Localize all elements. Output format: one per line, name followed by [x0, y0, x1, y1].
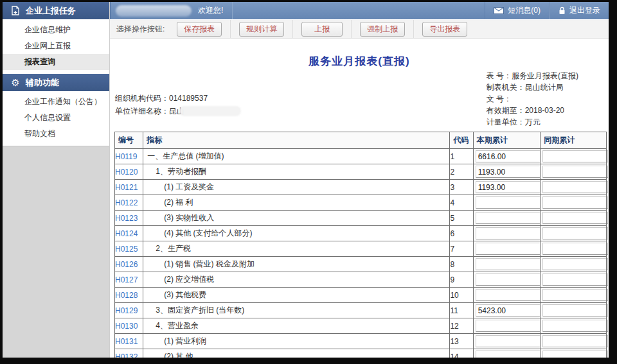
- row-code-link[interactable]: H0123: [115, 214, 138, 223]
- same-period-input[interactable]: [542, 258, 608, 270]
- messages-button[interactable]: 短消息(0): [485, 2, 550, 19]
- same-period-input[interactable]: [542, 196, 608, 209]
- row-code-link[interactable]: H0120: [115, 168, 138, 177]
- row-code-link[interactable]: H0132: [115, 352, 138, 358]
- sidebar-item-label: 个人信息设置: [24, 112, 71, 123]
- current-period-input[interactable]: [476, 243, 542, 255]
- header-same-period-total: 同期累计: [541, 132, 607, 149]
- meta-value: 服务业月报表(直报): [512, 71, 578, 80]
- current-period-input[interactable]: [476, 212, 542, 224]
- sidebar-section-label: 企业上报任务: [26, 5, 76, 17]
- indicator-cell: (1) 营业利润: [143, 334, 450, 349]
- current-period-input[interactable]: [476, 227, 542, 239]
- current-period-input[interactable]: [476, 304, 542, 316]
- org-code-value: 014189537: [169, 92, 208, 105]
- sidebar-item-report-query[interactable]: 报表查询: [3, 54, 109, 70]
- toolbar-label: 选择操作按钮:: [116, 24, 165, 35]
- logout-button[interactable]: 退出登录: [550, 2, 609, 19]
- same-period-input[interactable]: [542, 304, 608, 316]
- row-number-cell: 8: [450, 257, 473, 272]
- row-code-link[interactable]: H0129: [115, 306, 138, 315]
- current-period-input[interactable]: [476, 196, 542, 209]
- current-period-input[interactable]: [476, 166, 542, 178]
- sidebar-section-report-tasks[interactable]: 企业上报任务: [3, 2, 109, 19]
- indicator-cell: 一、生产总值 (增加值): [143, 149, 450, 164]
- row-code-link[interactable]: H0126: [115, 260, 138, 269]
- save-report-button[interactable]: 保存报表: [177, 22, 222, 37]
- report-table: 编号 指标 代码 本期累计 同期累计 H0119一、生产总值 (增加值)1H01…: [114, 132, 607, 358]
- current-period-input[interactable]: [476, 150, 542, 162]
- meta-label: 有效期至：: [487, 106, 525, 115]
- row-code-link[interactable]: H0130: [115, 322, 138, 331]
- row-code-link[interactable]: H0127: [115, 275, 138, 284]
- force-submit-button[interactable]: 强制上报: [360, 22, 405, 37]
- indicator-cell: (1) 工资及奖金: [143, 180, 450, 195]
- current-period-input[interactable]: [476, 289, 542, 301]
- indicator-cell: 2、生产税: [143, 241, 450, 257]
- row-code-link[interactable]: H0119: [115, 152, 137, 161]
- header-indicator: 指标: [143, 132, 450, 149]
- row-code-link[interactable]: H0131: [115, 337, 138, 346]
- same-period-input[interactable]: [542, 243, 608, 255]
- same-period-input[interactable]: [542, 181, 608, 193]
- document-plus-icon: [10, 6, 21, 16]
- report-table-body: H0119一、生产总值 (增加值)1H01201、劳动者报酬2H0121(1) …: [115, 149, 607, 358]
- row-number-cell: 12: [450, 318, 473, 334]
- table-row: H0122(2) 福 利4: [115, 195, 607, 211]
- sidebar-item-online-report[interactable]: 企业网上直报: [3, 38, 109, 54]
- meta-label: 制表机关：: [487, 83, 525, 92]
- sidebar-section-aux-functions[interactable]: ⚙ 辅助功能: [3, 74, 109, 91]
- indicator-cell: (2) 福 利: [143, 195, 450, 211]
- same-period-input[interactable]: [542, 166, 608, 178]
- table-row: H0119一、生产总值 (增加值)1: [115, 149, 607, 164]
- current-period-input[interactable]: [476, 258, 542, 270]
- meta-label: 文 号：: [487, 94, 512, 103]
- table-row: H01304、营业盈余12: [115, 318, 607, 334]
- report-title: 服务业月报表(直报): [110, 54, 609, 69]
- submit-button[interactable]: 上报: [301, 22, 343, 37]
- row-code-link[interactable]: H0128: [115, 291, 138, 300]
- sidebar-item-label: 企业工作通知（公告）: [24, 96, 102, 107]
- meta-value: 2018-03-20: [525, 106, 564, 115]
- same-period-input[interactable]: [542, 150, 608, 162]
- sidebar: 企业上报任务 企业信息维护 企业网上直报 报表查询 ⚙ 辅助功能 企业工作通知（…: [3, 2, 110, 358]
- sidebar-group-1: 企业信息维护 企业网上直报 报表查询: [3, 19, 109, 74]
- table-row: H01201、劳动者报酬2: [115, 164, 607, 180]
- current-period-input[interactable]: [476, 335, 542, 347]
- meta-value: 万元: [525, 117, 541, 126]
- sidebar-group-2: 企业工作通知（公告） 个人信息设置 帮助文档: [3, 91, 109, 146]
- same-period-input[interactable]: [542, 351, 608, 358]
- sidebar-item-help-docs[interactable]: 帮助文档: [3, 126, 109, 142]
- same-period-input[interactable]: [542, 212, 608, 224]
- rule-calc-button[interactable]: 规则计算: [239, 22, 284, 37]
- same-period-input[interactable]: [542, 335, 608, 347]
- indicator-cell: (2) 应交增值税: [143, 272, 450, 288]
- same-period-input[interactable]: [542, 289, 608, 301]
- row-code-link[interactable]: H0124: [115, 229, 138, 238]
- table-row: H0131(1) 营业利润13: [115, 334, 607, 349]
- sidebar-item-enterprise-info[interactable]: 企业信息维护: [3, 22, 109, 38]
- action-toolbar: 选择操作按钮: 保存报表 规则计算 上报 强制上报 导出报表: [110, 19, 609, 39]
- current-period-input[interactable]: [476, 351, 542, 358]
- same-period-input[interactable]: [542, 273, 608, 286]
- row-code-link[interactable]: H0122: [115, 198, 138, 207]
- current-period-input[interactable]: [476, 320, 542, 332]
- indicator-cell: (1) 销售 (营业) 税金及附加: [143, 257, 450, 272]
- indicator-cell: (3) 实物性收入: [143, 211, 450, 226]
- current-period-input[interactable]: [476, 181, 542, 193]
- current-period-input[interactable]: [476, 273, 542, 286]
- table-row: H01252、生产税7: [115, 241, 607, 257]
- same-period-input[interactable]: [542, 320, 608, 332]
- indicator-cell: 1、劳动者报酬: [143, 164, 450, 180]
- report-meta-right: 表 号：服务业月报表(直报) 制表机关：昆山统计局 文 号： 有效期至：2018…: [487, 70, 578, 128]
- sidebar-item-personal-settings[interactable]: 个人信息设置: [3, 110, 109, 126]
- export-report-button[interactable]: 导出报表: [422, 22, 467, 37]
- sidebar-item-label: 帮助文档: [24, 128, 55, 139]
- same-period-input[interactable]: [542, 227, 608, 239]
- row-code-link[interactable]: H0125: [115, 245, 138, 254]
- sidebar-item-work-notice[interactable]: 企业工作通知（公告）: [3, 94, 109, 110]
- table-row: H0126(1) 销售 (营业) 税金及附加8: [115, 257, 607, 272]
- row-code-link[interactable]: H0121: [115, 183, 138, 192]
- row-number-cell: 6: [450, 226, 473, 241]
- table-row: H01293、固定资产折旧 (当年数)11: [115, 303, 607, 318]
